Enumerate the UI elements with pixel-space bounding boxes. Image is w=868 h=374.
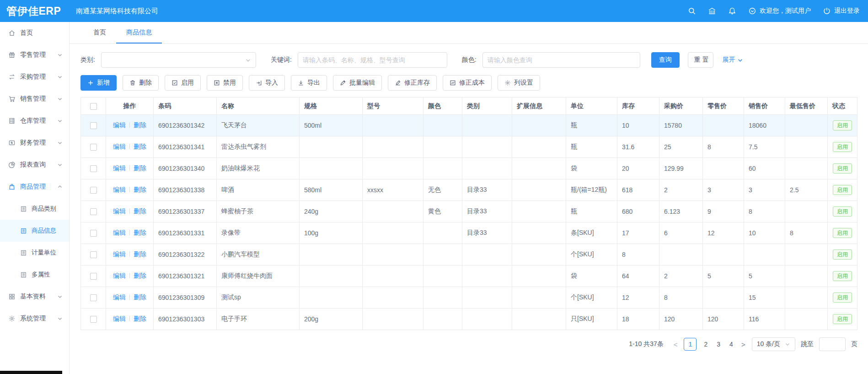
column-settings-button[interactable]: 列设置 [498,75,540,91]
expand-link[interactable]: 展开 [723,56,743,64]
reset-button[interactable]: 重置 [688,52,713,68]
sidebar-item-home[interactable]: 首页 [0,22,69,44]
edit-link[interactable]: 编辑 [113,250,126,258]
sidebar-item-product-category[interactable]: 商品类别 [0,198,69,220]
export-label: 导出 [307,79,320,87]
page-2-button[interactable]: 2 [702,341,709,348]
sidebar-item-finance[interactable]: 财务管理 [0,132,69,154]
sidebar-item-product-info[interactable]: 商品信息 [0,220,69,242]
welcome-user[interactable]: 欢迎您，测试用户 [748,7,811,15]
sidebar-item-retail[interactable]: 零售管理 [0,44,69,66]
cell-sale: 7.5 [744,136,785,158]
enable-label: 启用 [181,79,194,87]
row-checkbox[interactable] [90,251,97,258]
page-4-button[interactable]: 4 [728,341,735,348]
next-page-arrow[interactable]: > [740,341,746,348]
enable-button[interactable]: 启用 [165,75,201,91]
cell-name: 录像带 [217,222,300,244]
col-ops: 操作 [106,98,154,115]
edit-link[interactable]: 编辑 [113,186,126,193]
doc-icon [20,228,27,234]
cell-category [462,115,512,136]
logout-button[interactable]: 退出登录 [823,7,860,15]
add-button[interactable]: 新增 [80,75,117,91]
sidebar-item-label: 计量单位 [32,249,56,257]
page-3-button[interactable]: 3 [715,341,722,348]
cell-sale: 60 [744,158,785,179]
export-button[interactable]: 导出 [291,75,327,91]
cell-category [462,158,512,179]
import-button[interactable]: 导入 [249,75,285,91]
cell-color [423,115,462,136]
row-checkbox[interactable] [90,294,97,301]
row-checkbox[interactable] [90,273,97,280]
delete-link[interactable]: 删除 [134,272,146,279]
cell-name: 康师傅红烧牛肉面 [217,266,300,287]
row-checkbox[interactable] [90,208,97,215]
row-checkbox[interactable] [90,230,97,237]
delete-link[interactable]: 删除 [134,164,146,172]
fix-stock-button[interactable]: 修正库存 [388,75,437,91]
row-checkbox[interactable] [90,144,97,151]
disable-button[interactable]: 禁用 [207,75,243,91]
sidebar-item-purchase[interactable]: 采购管理 [0,66,69,88]
sidebar-item-label: 财务管理 [20,139,46,147]
bell-icon[interactable] [728,7,736,15]
jump-page-input[interactable] [819,337,846,351]
sidebar-item-warehouse[interactable]: 仓库管理 [0,110,69,132]
delete-link[interactable]: 删除 [134,293,146,301]
delete-link[interactable]: 删除 [134,143,146,150]
row-checkbox[interactable] [90,316,97,323]
status-badge: 启用 [833,314,852,324]
cell-spec [300,136,363,158]
col-barcode: 条码 [154,98,217,115]
row-checkbox[interactable] [90,122,97,129]
edit-link[interactable]: 编辑 [113,164,126,172]
delete-link[interactable]: 删除 [134,186,146,193]
sidebar-item-multi-attr[interactable]: 多属性 [0,264,69,286]
sidebar-item-system[interactable]: 系统管理 [0,308,69,330]
row-checkbox[interactable] [90,165,97,172]
delete-button[interactable]: 删除 [123,75,159,91]
edit-link[interactable]: 编辑 [113,272,126,279]
cell-spec [300,287,363,309]
delete-link[interactable]: 删除 [134,121,146,129]
cart-icon [8,95,16,103]
tab-home[interactable]: 首页 [83,22,116,43]
chevron-down-icon [245,57,251,63]
sidebar-item-units[interactable]: 计量单位 [0,242,69,264]
edit-link[interactable]: 编辑 [113,229,126,236]
cell-stock: 17 [617,222,659,244]
prev-page-arrow[interactable]: < [673,341,679,348]
page-size-select[interactable]: 10 条/页 [752,337,795,351]
fix-cost-button[interactable]: 修正成本 [443,75,492,91]
sidebar-item-products[interactable]: 商品管理 [0,176,69,198]
cell-name: 啤酒 [217,179,300,201]
sidebar-item-reports[interactable]: 报表查询 [0,154,69,176]
select-all-checkbox[interactable] [90,103,97,110]
sidebar-item-sales[interactable]: 销售管理 [0,88,69,110]
cell-color: 黄色 [423,201,462,222]
search-button[interactable]: 查询 [651,52,680,68]
cell-category [462,244,512,266]
delete-link[interactable]: 删除 [134,229,146,236]
cell-model [363,287,423,309]
color-input[interactable] [482,52,640,68]
delete-link[interactable]: 删除 [134,315,146,322]
row-checkbox[interactable] [90,187,97,194]
edit-link[interactable]: 编辑 [113,143,126,150]
delete-link[interactable]: 删除 [134,250,146,258]
page-1-button[interactable]: 1 [684,338,697,351]
edit-link[interactable]: 编辑 [113,315,126,322]
keyword-input[interactable] [298,52,447,68]
delete-link[interactable]: 删除 [134,207,146,215]
edit-link[interactable]: 编辑 [113,293,126,301]
edit-link[interactable]: 编辑 [113,121,126,129]
sidebar-item-basic-data[interactable]: 基本资料 [0,286,69,308]
tab-product-info[interactable]: 商品信息 [116,22,162,43]
bank-icon[interactable] [708,7,716,15]
batch-edit-button[interactable]: 批量编辑 [333,75,382,91]
category-select[interactable] [101,52,256,68]
search-icon[interactable] [688,7,696,15]
edit-link[interactable]: 编辑 [113,207,126,215]
